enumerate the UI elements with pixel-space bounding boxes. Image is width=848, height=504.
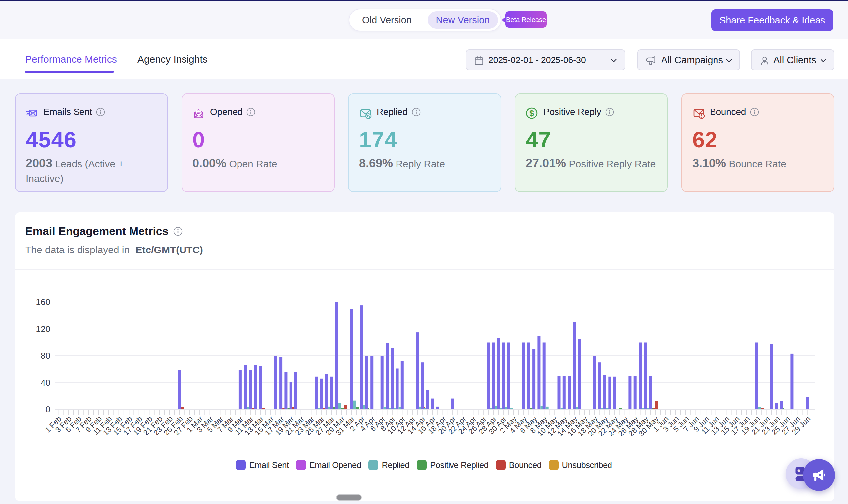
svg-text:120: 120 <box>36 324 50 334</box>
svg-text:80: 80 <box>41 351 50 361</box>
svg-text:0: 0 <box>46 404 50 414</box>
svg-text:40: 40 <box>41 378 50 388</box>
svg-text:160: 160 <box>36 297 50 307</box>
